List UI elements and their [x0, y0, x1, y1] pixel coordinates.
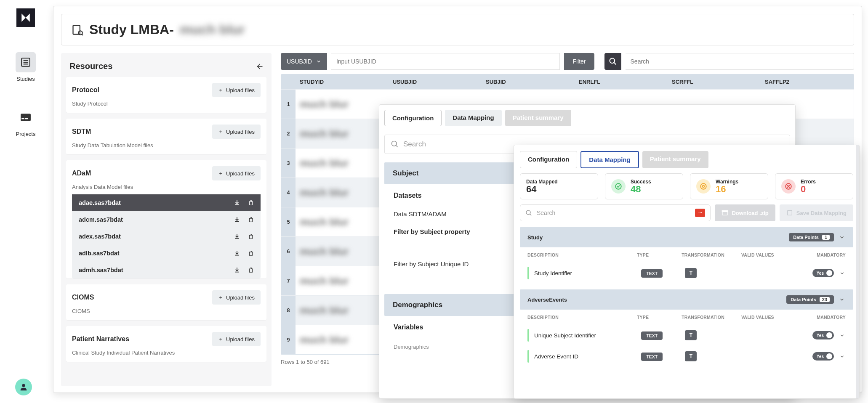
- tab-data-mapping[interactable]: Data Mapping: [580, 151, 639, 168]
- chevron-down-icon: [316, 59, 321, 64]
- nav-projects[interactable]: Projects: [16, 107, 36, 137]
- user-avatar[interactable]: [15, 379, 32, 395]
- mandatory-toggle[interactable]: Yes: [812, 331, 834, 339]
- resource-block-adam: ADaM ＋Upload files Analysis Data Model f…: [66, 160, 266, 278]
- delete-icon[interactable]: [248, 267, 254, 273]
- collapse-icon[interactable]: [256, 63, 263, 70]
- search-button[interactable]: [604, 53, 621, 70]
- list-icon: [20, 57, 31, 68]
- mapping-search[interactable]: Search ⋯: [520, 204, 711, 221]
- card-icon: [20, 113, 31, 122]
- col-subjid[interactable]: SUBJID: [482, 74, 575, 89]
- stat-warnings: Warnings16: [690, 173, 768, 199]
- svg-line-14: [396, 146, 398, 147]
- mapping-section-study: Study Data Points1 DESCRIPTION TYPE TRAN…: [520, 227, 853, 284]
- delete-icon[interactable]: [248, 199, 254, 206]
- upload-button[interactable]: ＋Upload files: [212, 125, 261, 139]
- plus-icon: ＋: [218, 86, 224, 94]
- search-icon: [609, 57, 617, 66]
- mapping-overlay: Configuration Data Mapping Patient summa…: [514, 145, 860, 399]
- resource-block-sdtm: SDTM ＋Upload files Study Data Tabulation…: [66, 119, 266, 154]
- file-row[interactable]: adex.sas7bdat: [72, 228, 261, 245]
- warning-icon: [696, 179, 711, 194]
- mapping-row[interactable]: Study Identifier TEXT T Yes: [520, 262, 853, 284]
- svg-point-11: [610, 58, 615, 64]
- file-row[interactable]: adlb.sas7bdat: [72, 245, 261, 262]
- json-badge-icon[interactable]: ⋯: [695, 209, 705, 217]
- download-icon[interactable]: [234, 267, 240, 273]
- data-points-chip: Data Points1: [789, 233, 834, 241]
- data-sdtm-adam-label: Data SDTM/ADAM: [394, 210, 447, 217]
- res-sub: Study Protocol: [72, 101, 261, 107]
- svg-point-19: [526, 210, 530, 215]
- stat-errors: Errors0: [775, 173, 853, 199]
- app-logo[interactable]: [16, 8, 35, 27]
- file-row[interactable]: admh.sas7bdat: [72, 262, 261, 278]
- file-row[interactable]: adae.sas7bdat: [72, 194, 261, 211]
- col-enrlfl[interactable]: ENRLFL: [575, 74, 668, 89]
- delete-icon[interactable]: [248, 233, 254, 240]
- svg-point-17: [703, 186, 705, 188]
- scrollbar[interactable]: [856, 145, 859, 398]
- nav-projects-label: Projects: [16, 131, 36, 137]
- left-rail: Studies Projects: [8, 8, 43, 137]
- filter-button[interactable]: Filter: [564, 53, 594, 70]
- upload-button[interactable]: ＋Upload files: [212, 166, 261, 180]
- mapping-row[interactable]: Adverse Event ID TEXT T Yes: [520, 346, 853, 367]
- chevron-down-icon[interactable]: [838, 353, 846, 360]
- chevron-down-icon[interactable]: [838, 331, 846, 339]
- filter-bar: USUBJID Filter: [281, 53, 854, 70]
- resource-block-cioms: CIOMS ＋Upload files CIOMS: [66, 284, 266, 320]
- tab-configuration[interactable]: Configuration: [384, 110, 442, 126]
- delete-icon[interactable]: [248, 250, 254, 257]
- filter-value-input[interactable]: [331, 53, 560, 70]
- svg-rect-4: [21, 114, 31, 121]
- delete-icon[interactable]: [248, 216, 254, 223]
- upload-button[interactable]: ＋Upload files: [212, 332, 261, 346]
- svg-line-10: [82, 34, 83, 35]
- page-title-redacted: much blur: [180, 22, 245, 37]
- svg-rect-5: [21, 118, 24, 119]
- mapping-row[interactable]: Unique Subject Identifier TEXT T Yes: [520, 325, 853, 346]
- download-icon[interactable]: [234, 250, 240, 257]
- person-icon: [19, 382, 28, 392]
- mapping-columns: DESCRIPTION TYPE TRANSFORMATION VALID VA…: [520, 247, 853, 262]
- chevron-down-icon[interactable]: [838, 233, 846, 241]
- file-row[interactable]: adcm.sas7bdat: [72, 211, 261, 228]
- nav-studies[interactable]: Studies: [16, 52, 36, 82]
- tab-patient-summary: Patient summary: [505, 110, 571, 126]
- tab-data-mapping[interactable]: Data Mapping: [445, 110, 501, 126]
- logo-icon: [20, 12, 31, 23]
- res-title: Protocol: [72, 86, 99, 94]
- page-title: Study LMBA-: [89, 22, 174, 37]
- upload-button[interactable]: ＋Upload files: [212, 290, 261, 305]
- mandatory-toggle[interactable]: Yes: [812, 269, 834, 277]
- study-icon: [72, 24, 83, 36]
- col-studyid[interactable]: STUDYID: [296, 74, 389, 89]
- filter-uid-label: Filter by Subject Unique ID: [394, 260, 469, 268]
- check-icon: [611, 179, 626, 194]
- download-icon[interactable]: [234, 233, 240, 240]
- stat-success: Success48: [605, 173, 683, 199]
- svg-rect-23: [787, 211, 792, 215]
- filter-column-select[interactable]: USUBJID: [281, 53, 327, 70]
- resource-block-narratives: Patient Narratives ＋Upload files Clinica…: [66, 326, 266, 362]
- resources-heading: Resources: [69, 61, 112, 71]
- archive-icon: [722, 209, 728, 216]
- chevron-down-icon[interactable]: [838, 296, 846, 303]
- save-mapping-button: Save Data Mapping: [780, 204, 853, 221]
- save-icon: [786, 209, 793, 216]
- col-safflp2[interactable]: SAFFLP2: [761, 74, 854, 89]
- data-points-chip: Data Points23: [786, 295, 834, 304]
- adam-file-list: adae.sas7bdat adcm.sas7bdat: [72, 194, 261, 278]
- download-icon[interactable]: [234, 199, 240, 206]
- mandatory-toggle[interactable]: Yes: [812, 352, 834, 361]
- download-icon[interactable]: [234, 216, 240, 223]
- col-scrffl[interactable]: SCRFFL: [668, 74, 761, 89]
- upload-button[interactable]: ＋ Upload files: [212, 83, 261, 97]
- col-usubjid[interactable]: USUBJID: [389, 74, 482, 89]
- chevron-down-icon[interactable]: [838, 269, 846, 277]
- grid-search-input[interactable]: [626, 53, 854, 70]
- download-zip-button[interactable]: Download .zip: [715, 204, 775, 221]
- tab-configuration[interactable]: Configuration: [520, 151, 577, 168]
